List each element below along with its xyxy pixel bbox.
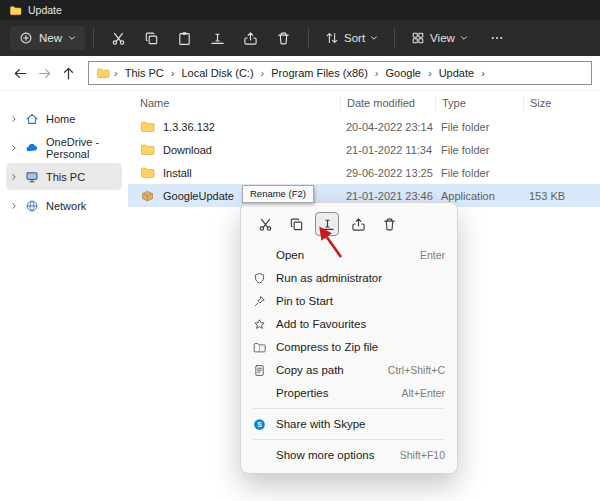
pin-icon: [251, 295, 267, 308]
sidebar-item-onedrive[interactable]: OneDrive - Personal: [6, 134, 122, 161]
sidebar-item-label: Home: [46, 113, 75, 125]
file-date: 29-06-2022 13:25: [340, 167, 435, 179]
breadcrumb-program-files-x86[interactable]: Program Files (x86): [268, 65, 371, 81]
column-header-date-modified[interactable]: Date modified: [340, 96, 435, 110]
file-name-cell: Download: [128, 143, 340, 156]
titlebar: Update: [0, 0, 600, 20]
network-icon: [25, 199, 39, 213]
svg-text:S: S: [257, 420, 262, 427]
cut-button[interactable]: [103, 26, 134, 51]
column-header-size[interactable]: Size: [523, 96, 585, 110]
folder-icon: [140, 120, 155, 133]
menu-item-label: Copy as path: [276, 364, 388, 376]
copy-button[interactable]: [136, 26, 167, 51]
menu-separator: [253, 408, 445, 409]
chevron-right-icon[interactable]: [10, 144, 18, 152]
menu-item-label: Run as administrator: [276, 272, 445, 284]
chevron-right-icon[interactable]: [10, 202, 18, 210]
breadcrumb-update[interactable]: Update: [436, 65, 477, 81]
delete-icon: [382, 217, 397, 232]
folder-icon: [140, 143, 155, 156]
menu-item-compress-to-zip[interactable]: Compress to Zip file: [245, 336, 453, 358]
table-row[interactable]: 1.3.36.132 20-04-2022 23:14 File folder: [128, 115, 600, 138]
menu-item-label: Properties: [276, 387, 402, 399]
breadcrumb-chevron-icon: [477, 67, 489, 79]
cut-icon: [258, 217, 273, 232]
rename-tooltip: Rename (F2): [242, 185, 314, 203]
menu-item-shortcut: Shift+F10: [400, 449, 445, 461]
context-menu: Open Enter Run as administrator Pin to S…: [240, 202, 458, 474]
share-button[interactable]: [346, 212, 370, 236]
sidebar: Home OneDrive - Personal This PC Network: [0, 91, 128, 501]
file-date: 20-04-2022 23:14: [340, 121, 435, 133]
file-explorer-window: Update New: [0, 0, 600, 501]
menu-item-label: Open: [276, 249, 420, 261]
sort-button[interactable]: Sort: [317, 26, 386, 50]
delete-button[interactable]: [377, 212, 401, 236]
copy-button[interactable]: [284, 212, 308, 236]
breadcrumb-google[interactable]: Google: [383, 65, 424, 81]
sidebar-item-network[interactable]: Network: [6, 192, 122, 219]
more-options-button[interactable]: [482, 26, 512, 50]
new-button[interactable]: New: [10, 26, 85, 50]
breadcrumb-chevron-icon: [167, 67, 179, 79]
cut-icon: [111, 31, 126, 46]
share-button[interactable]: [235, 26, 266, 51]
file-type: File folder: [435, 121, 523, 133]
sidebar-item-label: OneDrive - Personal: [46, 136, 122, 160]
rename-icon: [210, 31, 225, 46]
more-icon: [490, 31, 504, 45]
folder-icon: [96, 67, 110, 79]
table-row[interactable]: Install 29-06-2022 13:25 File folder: [128, 161, 600, 184]
file-date: 21-01-2022 11:34: [340, 144, 435, 156]
menu-item-copy-as-path[interactable]: Copy as path Ctrl+Shift+C: [245, 359, 453, 381]
breadcrumb-local-disk-c[interactable]: Local Disk (C:): [178, 65, 256, 81]
menu-item-properties[interactable]: Properties Alt+Enter: [245, 382, 453, 404]
menu-item-run-as-administrator[interactable]: Run as administrator: [245, 267, 453, 289]
sort-button-label: Sort: [344, 32, 365, 44]
menu-item-share-with-skype[interactable]: S Share with Skype: [245, 413, 453, 435]
chevron-down-icon: [68, 34, 76, 42]
folder-icon: [140, 166, 155, 179]
view-button[interactable]: View: [403, 26, 476, 50]
copy-icon: [144, 31, 159, 46]
column-header-type[interactable]: Type: [435, 96, 523, 110]
view-icon: [411, 31, 425, 45]
chevron-right-icon[interactable]: [10, 115, 18, 123]
view-button-label: View: [430, 32, 455, 44]
forward-button[interactable]: [32, 61, 56, 85]
back-button[interactable]: [8, 61, 32, 85]
rename-button[interactable]: [202, 26, 233, 51]
rename-button[interactable]: [315, 212, 339, 236]
cut-button[interactable]: [253, 212, 277, 236]
menu-item-open[interactable]: Open Enter: [245, 244, 453, 266]
menu-item-show-more-options[interactable]: Show more options Shift+F10: [245, 444, 453, 466]
sidebar-item-home[interactable]: Home: [6, 105, 122, 132]
home-icon: [25, 112, 39, 126]
address-bar: This PC Local Disk (C:) Program Files (x…: [0, 56, 600, 91]
delete-button[interactable]: [268, 26, 299, 51]
menu-item-shortcut: Alt+Enter: [402, 387, 445, 399]
menu-item-label: Pin to Start: [276, 295, 445, 307]
breadcrumb-this-pc[interactable]: This PC: [122, 65, 167, 81]
chevron-right-icon[interactable]: [10, 173, 18, 181]
menu-item-label: Compress to Zip file: [276, 341, 445, 353]
sidebar-item-label: Network: [46, 200, 86, 212]
paste-button[interactable]: [169, 26, 200, 51]
toolbar-separator: [93, 28, 94, 48]
rename-icon: [320, 217, 335, 232]
sidebar-item-this-pc[interactable]: This PC: [6, 163, 122, 190]
menu-item-label: Add to Favourites: [276, 318, 445, 330]
file-date: 21-01-2021 23:46: [340, 190, 435, 202]
menu-item-pin-to-start[interactable]: Pin to Start: [245, 290, 453, 312]
breadcrumb-chevron-icon: [110, 67, 122, 79]
toolbar: New Sort: [0, 20, 600, 56]
column-header-name[interactable]: Name: [128, 96, 340, 110]
copy-icon: [289, 217, 304, 232]
file-type: File folder: [435, 144, 523, 156]
menu-item-add-to-favourites[interactable]: Add to Favourites: [245, 313, 453, 335]
breadcrumb-chevron-icon: [257, 67, 269, 79]
up-button[interactable]: [56, 61, 80, 85]
table-row[interactable]: Download 21-01-2022 11:34 File folder: [128, 138, 600, 161]
sidebar-item-label: This PC: [46, 171, 85, 183]
